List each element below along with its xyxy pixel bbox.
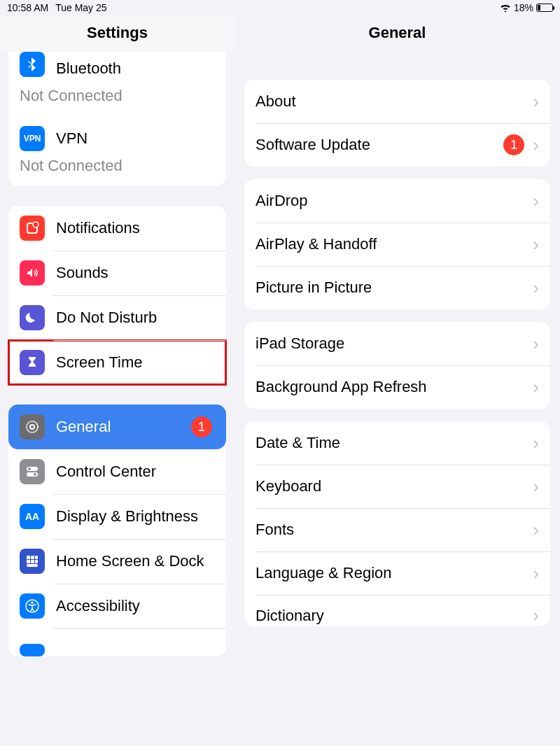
sidebar-item-label: Display & Brightness xyxy=(56,507,215,525)
notification-badge: 1 xyxy=(191,416,212,437)
detail-item-label: Dictionary xyxy=(255,607,533,624)
settings-sidebar: Settings Bluetooth Not Connected VPN VPN… xyxy=(0,15,234,746)
status-bar: 10:58 AM Tue May 25 18% xyxy=(0,0,560,15)
svg-rect-8 xyxy=(27,556,30,559)
sidebar-item-notifications[interactable]: Notifications xyxy=(8,206,226,251)
chevron-right-icon: › xyxy=(533,432,539,454)
svg-point-2 xyxy=(27,421,38,432)
chevron-right-icon: › xyxy=(533,476,539,498)
bluetooth-status: Not Connected xyxy=(8,87,226,113)
detail-item-label: AirDrop xyxy=(255,192,533,209)
chevron-right-icon: › xyxy=(533,134,539,156)
detail-item-datetime[interactable]: Date & Time › xyxy=(244,421,550,465)
sidebar-item-bluetooth[interactable]: Bluetooth xyxy=(8,52,226,87)
detail-title: General xyxy=(234,15,560,52)
sidebar-group-general: General 1 Control Center AA Display & Br… xyxy=(8,404,226,656)
vpn-status: Not Connected xyxy=(8,157,226,186)
detail-group-3: Date & Time › Keyboard › Fonts › Languag… xyxy=(244,421,550,626)
hourglass-icon xyxy=(20,350,45,375)
sidebar-group-alerts: Notifications Sounds Do Not Disturb xyxy=(8,206,226,385)
sidebar-item-label: Accessibility xyxy=(56,597,215,614)
sidebar-item-vpn[interactable]: VPN VPN xyxy=(8,113,226,157)
chevron-right-icon: › xyxy=(533,376,539,398)
svg-point-7 xyxy=(34,473,36,476)
bluetooth-icon xyxy=(20,52,45,77)
sidebar-item-label: Sounds xyxy=(56,264,215,281)
detail-item-label: AirPlay & Handoff xyxy=(255,235,533,253)
detail-item-storage[interactable]: iPad Storage › xyxy=(244,322,550,365)
detail-group-0: About › Software Update 1 › xyxy=(244,80,550,167)
sounds-icon xyxy=(20,260,45,286)
detail-item-bgrefresh[interactable]: Background App Refresh › xyxy=(244,365,550,409)
detail-item-pip[interactable]: Picture in Picture › xyxy=(244,266,550,309)
notifications-icon xyxy=(20,216,45,241)
sidebar-item-label: Screen Time xyxy=(56,353,215,371)
sidebar-item-display[interactable]: AA Display & Brightness xyxy=(8,494,226,539)
sidebar-item-label: Control Center xyxy=(56,463,215,480)
text-size-icon: AA xyxy=(20,504,45,529)
detail-item-label: Fonts xyxy=(255,521,533,538)
general-detail: General About › Software Update 1 › AirD… xyxy=(234,15,560,746)
sidebar-item-label: General xyxy=(56,418,191,435)
detail-item-keyboard[interactable]: Keyboard › xyxy=(244,465,550,508)
sidebar-item-general[interactable]: General 1 xyxy=(8,404,226,449)
svg-point-1 xyxy=(33,222,38,227)
sidebar-item-accessibility[interactable]: Accessibility xyxy=(8,584,226,628)
svg-rect-10 xyxy=(35,556,38,559)
chevron-right-icon: › xyxy=(533,333,539,355)
battery-icon xyxy=(536,3,553,12)
detail-group-1: AirDrop › AirPlay & Handoff › Picture in… xyxy=(244,179,550,309)
svg-rect-12 xyxy=(31,560,34,563)
vpn-icon: VPN xyxy=(20,126,45,151)
svg-point-3 xyxy=(30,425,34,429)
detail-item-software-update[interactable]: Software Update 1 › xyxy=(244,123,550,167)
detail-item-airdrop[interactable]: AirDrop › xyxy=(244,179,550,223)
svg-rect-11 xyxy=(27,560,30,563)
chevron-right-icon: › xyxy=(533,277,539,299)
chevron-right-icon: › xyxy=(533,190,539,212)
battery-percent: 18% xyxy=(514,2,533,13)
accessibility-icon xyxy=(20,593,45,619)
sidebar-item-label: Home Screen & Dock xyxy=(56,552,215,570)
detail-item-label: Software Update xyxy=(255,136,503,153)
sidebar-item-label: Notifications xyxy=(56,219,215,237)
grid-icon xyxy=(20,549,45,574)
detail-item-lang[interactable]: Language & Region › xyxy=(244,551,550,595)
detail-item-label: iPad Storage xyxy=(255,335,533,352)
chevron-right-icon: › xyxy=(533,563,539,584)
gear-icon xyxy=(20,414,45,439)
sidebar-item-cutoff[interactable] xyxy=(8,628,226,656)
sidebar-item-control-center[interactable]: Control Center xyxy=(8,449,226,494)
svg-rect-14 xyxy=(27,564,38,567)
detail-item-label: Date & Time xyxy=(255,434,533,451)
wifi-icon xyxy=(500,3,511,12)
status-date: Tue May 25 xyxy=(55,2,106,13)
icon-cutoff xyxy=(20,644,45,656)
detail-item-airplay[interactable]: AirPlay & Handoff › xyxy=(244,223,550,266)
sidebar-item-dnd[interactable]: Do Not Disturb xyxy=(8,295,226,340)
detail-item-label: Background App Refresh xyxy=(255,378,533,395)
svg-rect-13 xyxy=(35,560,38,563)
toggles-icon xyxy=(20,459,45,484)
sidebar-group-connectivity: Bluetooth Not Connected VPN VPN Not Conn… xyxy=(8,52,226,186)
detail-item-dict[interactable]: Dictionary › xyxy=(244,595,550,626)
detail-item-label: About xyxy=(255,92,533,110)
chevron-right-icon: › xyxy=(533,605,539,626)
detail-group-2: iPad Storage › Background App Refresh › xyxy=(244,322,550,409)
detail-item-label: Language & Region xyxy=(255,564,533,582)
sidebar-title: Settings xyxy=(0,15,234,52)
svg-rect-9 xyxy=(31,556,34,559)
svg-point-16 xyxy=(31,601,34,604)
sidebar-item-label: VPN xyxy=(56,129,215,147)
sidebar-item-screentime[interactable]: Screen Time xyxy=(8,340,226,385)
detail-item-about[interactable]: About › xyxy=(244,80,550,123)
chevron-right-icon: › xyxy=(533,519,539,541)
detail-item-label: Keyboard xyxy=(255,477,533,495)
sidebar-item-homescreen[interactable]: Home Screen & Dock xyxy=(8,539,226,584)
chevron-right-icon: › xyxy=(533,234,539,255)
detail-item-fonts[interactable]: Fonts › xyxy=(244,508,550,551)
notification-badge: 1 xyxy=(503,134,524,155)
sidebar-item-sounds[interactable]: Sounds xyxy=(8,251,226,295)
moon-icon xyxy=(20,305,45,330)
status-time: 10:58 AM xyxy=(7,2,48,13)
